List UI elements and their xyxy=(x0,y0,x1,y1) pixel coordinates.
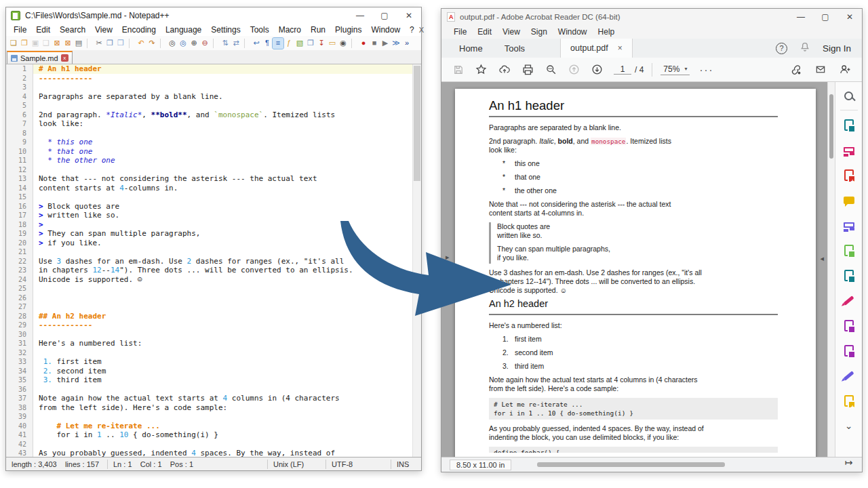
editor-area[interactable]: 1# An h1 header2------------34Paragraphs… xyxy=(6,64,421,457)
more-tools-icon[interactable]: ⌄ xyxy=(842,419,856,432)
folder-workspace-icon[interactable]: ▭ xyxy=(327,38,338,49)
minimize-button[interactable]: — xyxy=(348,7,372,24)
editor-line[interactable]: 18> xyxy=(6,220,421,230)
editor-line[interactable]: 1# An h1 header xyxy=(6,64,421,74)
undo-icon[interactable]: ↶ xyxy=(136,38,146,49)
editor-line[interactable]: 3 xyxy=(6,83,421,92)
create-pdf-icon[interactable] xyxy=(842,168,856,182)
menu-item-sign[interactable]: Sign xyxy=(526,26,553,37)
paste-icon[interactable]: ❒ xyxy=(115,38,126,49)
menu-item-edit[interactable]: Edit xyxy=(472,26,497,37)
editor-line[interactable]: 43As you probably guessed, indented 4 sp… xyxy=(6,449,421,457)
menu-item-file[interactable]: File xyxy=(448,26,472,37)
menu-item-macro[interactable]: Macro xyxy=(274,24,306,35)
zoom-level-select[interactable]: 75% ▾ xyxy=(660,64,690,75)
previous-page-icon[interactable] xyxy=(568,63,580,76)
page-number-input[interactable]: 1 xyxy=(614,64,631,75)
editor-line[interactable]: 41 for i in 1 .. 10 { do-something(i) } xyxy=(6,430,421,440)
maximize-button[interactable]: ▢ xyxy=(372,7,397,24)
star-icon[interactable] xyxy=(475,63,488,76)
editor-line[interactable]: 8 xyxy=(6,129,421,138)
editor-line[interactable]: 16> Block quotes are xyxy=(6,202,421,211)
editor-line[interactable]: 7look like: xyxy=(6,119,421,129)
sync-scroll-h-icon[interactable]: ⇄ xyxy=(231,38,241,49)
macro-play-icon[interactable]: ▶ xyxy=(380,38,391,49)
menu-item-settings[interactable]: Settings xyxy=(206,24,245,35)
editor-line[interactable]: 30 xyxy=(6,330,421,340)
menu-item-run[interactable]: Run xyxy=(306,24,330,35)
tab-close-icon[interactable]: x xyxy=(61,54,68,62)
editor-line[interactable]: 26 xyxy=(6,293,421,303)
toolbar-overflow-icon[interactable]: » xyxy=(401,38,412,49)
replace-icon[interactable]: ◎ xyxy=(178,38,189,49)
maximize-button[interactable]: ▢ xyxy=(813,9,837,25)
editor-line[interactable]: 27 xyxy=(6,302,421,312)
search-tools-icon[interactable] xyxy=(842,89,856,102)
save-all-icon[interactable]: ❑ xyxy=(41,38,52,49)
menu-item-window[interactable]: Window xyxy=(553,26,593,37)
help-icon[interactable]: ? xyxy=(776,43,787,54)
monitor-icon[interactable]: ◉ xyxy=(338,38,349,49)
editor-line[interactable]: 22Use 3 dashes for an em-dash. Use 2 das… xyxy=(6,257,421,266)
sync-scroll-v-icon[interactable]: ⇅ xyxy=(220,38,231,49)
copy-icon[interactable]: ❐ xyxy=(104,38,115,49)
editor-line[interactable]: 15 xyxy=(6,192,421,202)
print-icon[interactable]: ▤ xyxy=(73,38,84,49)
editor-line[interactable]: 14content starts at 4-columns in. xyxy=(6,184,421,193)
editor-line[interactable]: 40 # Let me re-iterate ... xyxy=(6,422,421,431)
editor-line[interactable]: 32 xyxy=(6,348,421,358)
comment-icon[interactable] xyxy=(842,193,856,207)
pdf-document-area[interactable]: An h1 headerParagraphs are separated by … xyxy=(441,82,835,457)
editor-line[interactable]: 19> They can span multiple paragraphs, xyxy=(6,229,421,239)
find-icon[interactable]: ◎ xyxy=(167,38,178,49)
editor-line[interactable]: 25 xyxy=(6,284,421,293)
editor-line[interactable]: 2------------ xyxy=(6,74,421,83)
doc-tab-close-icon[interactable]: × xyxy=(618,43,623,53)
word-wrap-icon[interactable]: ↩ xyxy=(251,38,262,49)
notifications-bell-icon[interactable] xyxy=(800,41,810,55)
editor-line[interactable]: 13Note that --- not considering the aste… xyxy=(6,174,421,184)
save-icon[interactable]: ▣ xyxy=(30,38,41,49)
show-all-characters-icon[interactable]: ¶ xyxy=(262,38,273,49)
editor-line[interactable]: 10 * that one xyxy=(6,147,421,157)
editor-line[interactable]: 37Note again how the actual text starts … xyxy=(6,394,421,403)
tab-home[interactable]: Home xyxy=(448,39,494,58)
zoom-in-icon[interactable]: ⊕ xyxy=(189,38,199,49)
macro-record-icon[interactable]: ● xyxy=(358,38,369,49)
zoom-search-icon[interactable] xyxy=(545,63,557,76)
open-file-icon[interactable]: ❐ xyxy=(19,38,30,49)
tab-sample-md[interactable]: Sample.md x xyxy=(7,51,73,64)
fill-sign-icon[interactable] xyxy=(842,293,856,307)
export-icon[interactable]: ↧ xyxy=(316,38,327,49)
close-document-x[interactable]: X xyxy=(419,26,424,34)
close-icon[interactable]: ⊠ xyxy=(52,38,62,49)
tab-output-pdf[interactable]: output.pdf × xyxy=(560,39,633,58)
previous-view-chevron-icon[interactable]: ▸ xyxy=(446,253,450,262)
macro-run-icon[interactable]: ≫ xyxy=(391,38,401,49)
collapse-pane-chevron-icon[interactable]: ◂ xyxy=(820,254,824,263)
scrollbar-thumb[interactable] xyxy=(829,94,833,159)
menu-item-view[interactable]: View xyxy=(90,24,117,35)
editor-line[interactable]: 36 xyxy=(6,385,421,394)
menu-item-edit[interactable]: Edit xyxy=(31,24,55,35)
editor-line[interactable]: 5 xyxy=(6,101,421,110)
save-icon[interactable] xyxy=(452,64,465,76)
editor-line[interactable]: 33 1. first item xyxy=(6,357,421,367)
redact-icon[interactable] xyxy=(842,319,856,332)
macro-stop-icon[interactable]: ■ xyxy=(369,38,380,49)
expand-pane-icon[interactable]: ↦ xyxy=(842,455,856,469)
menu-item-file[interactable]: File xyxy=(9,24,31,35)
menu-item-tools[interactable]: Tools xyxy=(245,24,274,35)
close-button[interactable]: ✕ xyxy=(397,7,421,24)
editor-line[interactable]: 38from the left side). Here's a code sam… xyxy=(6,403,421,413)
sign-in-button[interactable]: Sign In xyxy=(823,43,851,54)
organize-pages-icon[interactable] xyxy=(842,243,856,257)
editor-line[interactable]: 35 3. third item xyxy=(6,375,421,385)
minimize-button[interactable]: — xyxy=(789,9,813,25)
tab-tools[interactable]: Tools xyxy=(494,39,536,58)
menu-item-window[interactable]: Window xyxy=(366,24,405,35)
scrollbar-thumb[interactable] xyxy=(414,66,420,181)
editor-line[interactable]: 39 xyxy=(6,412,421,422)
next-page-icon[interactable] xyxy=(591,63,604,76)
editor-line[interactable]: 20> if you like. xyxy=(6,239,421,248)
